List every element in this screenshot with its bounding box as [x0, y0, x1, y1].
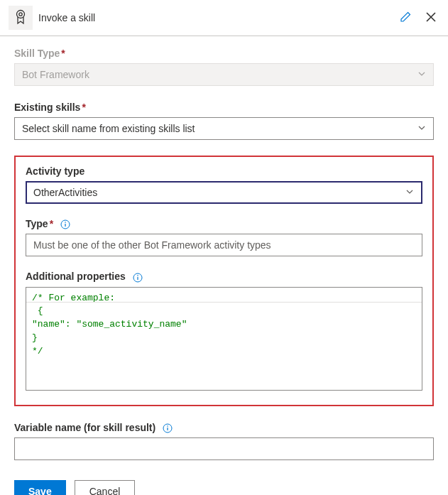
header-actions	[397, 9, 439, 28]
variable-name-input[interactable]	[14, 437, 434, 460]
skill-type-label: Skill Type*	[14, 48, 434, 59]
chevron-down-icon	[417, 69, 426, 80]
existing-skills-field: Existing skills* Select skill name from …	[14, 102, 434, 140]
svg-rect-10	[167, 428, 168, 430]
required-indicator: *	[82, 102, 85, 113]
svg-point-9	[167, 425, 168, 427]
svg-point-0	[17, 10, 25, 18]
existing-skills-label: Existing skills*	[14, 102, 434, 113]
skill-type-value: Bot Framework	[22, 69, 89, 80]
type-label: Type*	[26, 218, 422, 229]
skill-icon	[13, 9, 28, 27]
form-body: Skill Type* Bot Framework Existing skill…	[0, 36, 448, 495]
skill-type-select: Bot Framework	[14, 63, 434, 86]
close-icon	[425, 11, 437, 23]
panel-header: Invoke a skill	[0, 0, 448, 36]
info-icon[interactable]	[163, 423, 173, 433]
header-icon-box	[9, 6, 33, 30]
edit-button[interactable]	[397, 9, 414, 28]
svg-point-1	[19, 12, 22, 15]
required-indicator: *	[50, 218, 53, 229]
button-row: Save Cancel	[14, 480, 434, 495]
info-icon[interactable]	[60, 219, 70, 229]
variable-name-field: Variable name (for skill result)	[14, 422, 434, 460]
activity-type-value: OtherActivities	[33, 187, 97, 198]
cancel-button[interactable]: Cancel	[75, 480, 136, 495]
svg-rect-7	[137, 277, 138, 280]
close-button[interactable]	[422, 9, 439, 28]
existing-skills-value: Select skill name from existing skills l…	[22, 123, 195, 134]
existing-skills-select[interactable]: Select skill name from existing skills l…	[14, 117, 434, 140]
svg-point-3	[65, 222, 66, 223]
info-icon[interactable]	[133, 273, 143, 283]
additional-properties-textarea[interactable]: /* For example: { "name": "some_activity…	[26, 287, 422, 391]
chevron-down-icon	[417, 123, 426, 134]
type-input[interactable]	[26, 234, 422, 256]
panel-title: Invoke a skill	[38, 12, 397, 23]
activity-type-label: Activity type	[26, 165, 422, 177]
svg-point-6	[137, 275, 138, 276]
additional-properties-field: Additional properties /* For example: { …	[26, 271, 422, 390]
required-indicator: *	[61, 48, 65, 59]
highlight-box: Activity type OtherActivities Type* Addi…	[14, 156, 434, 406]
pencil-icon	[400, 11, 411, 23]
additional-properties-label: Additional properties	[26, 271, 422, 282]
svg-rect-4	[65, 224, 65, 227]
variable-name-label: Variable name (for skill result)	[14, 422, 434, 433]
type-field: Type*	[26, 218, 422, 256]
skill-type-field: Skill Type* Bot Framework	[14, 48, 434, 86]
activity-type-select[interactable]: OtherActivities	[26, 181, 422, 204]
chevron-down-icon	[405, 187, 414, 198]
activity-type-field: Activity type OtherActivities	[26, 165, 422, 204]
save-button[interactable]: Save	[14, 480, 66, 495]
